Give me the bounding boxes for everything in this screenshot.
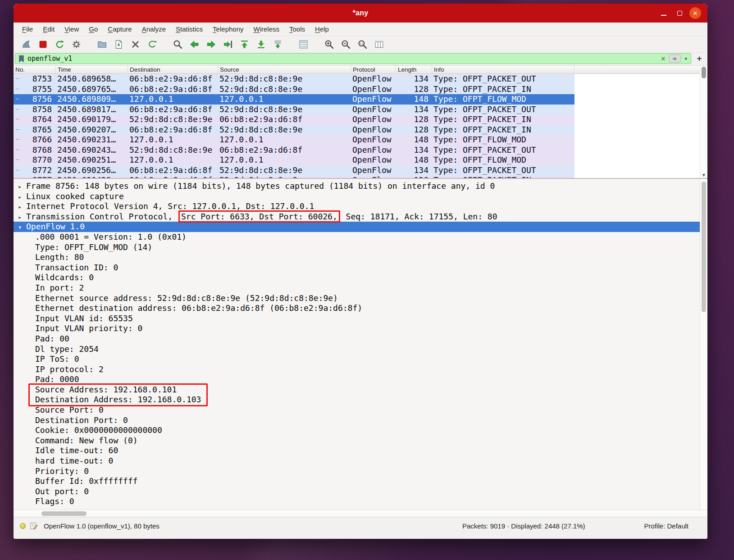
go-first-button[interactable] xyxy=(236,37,253,51)
packet-row-8770[interactable]: –87702450.690251…127.0.0.1127.0.0.1OpenF… xyxy=(14,155,574,165)
packet-row-8756[interactable]: –87562450.689809…127.0.0.1127.0.0.1OpenF… xyxy=(14,94,574,105)
stop-capture-button[interactable] xyxy=(35,37,51,51)
detail-line[interactable]: Command: New flow (0) xyxy=(14,436,707,446)
filter-text[interactable]: openflow_v1 xyxy=(27,55,658,63)
detail-line[interactable]: Out port: 0 xyxy=(14,487,707,497)
detail-line[interactable]: Length: 80 xyxy=(14,252,707,263)
column-header-no[interactable]: No. xyxy=(14,66,56,73)
detail-line[interactable]: Ethernet destination address: 06:b8:e2:9… xyxy=(14,303,707,314)
packet-row-8753[interactable]: –87532450.689658…06:b8:e2:9a:d6:8f52:9d:… xyxy=(14,74,574,84)
menu-file[interactable]: File xyxy=(17,24,38,34)
colorize-button[interactable] xyxy=(295,37,312,51)
packet-list-scrollbar[interactable]: ▼ xyxy=(700,66,707,178)
detail-line[interactable]: Cookie: 0x0000000000000000 xyxy=(14,425,707,436)
expert-info-icon[interactable] xyxy=(20,523,26,529)
filter-clear-icon[interactable]: ✕ xyxy=(661,55,666,62)
details-scrollbar[interactable] xyxy=(700,179,707,510)
display-filter-input[interactable]: openflow_v1 ✕ ▾ xyxy=(15,53,691,64)
detail-line[interactable]: Transaction ID: 0 xyxy=(14,263,707,273)
detail-line[interactable]: Type: OFPT_FLOW_MOD (14) xyxy=(14,242,707,253)
expand-arrow-icon[interactable]: ▸ xyxy=(18,212,26,223)
go-forward-button[interactable] xyxy=(203,37,219,51)
open-file-button[interactable] xyxy=(94,37,110,51)
menu-wireless[interactable]: Wireless xyxy=(249,24,285,34)
detail-line[interactable]: Dl type: 2054 xyxy=(14,344,707,355)
details-horizontal-scrollbar[interactable] xyxy=(14,510,707,517)
menu-tools[interactable]: Tools xyxy=(284,24,310,34)
detail-line[interactable]: In port: 2 xyxy=(14,283,707,293)
detail-line[interactable]: ▸Frame 8756: 148 bytes on wire (1184 bit… xyxy=(14,181,707,191)
go-back-button[interactable] xyxy=(186,37,203,51)
minimize-button[interactable] xyxy=(658,7,670,19)
find-packet-button[interactable] xyxy=(169,37,186,51)
detail-line[interactable]: IP ToS: 0 xyxy=(14,354,707,364)
packet-row-8768[interactable]: –87682450.690243…52:9d:8d:c8:8e:9e06:b8:… xyxy=(14,145,574,155)
detail-line[interactable]: Destination Port: 0 xyxy=(14,415,707,426)
detail-line[interactable]: Ethernet source address: 52:9d:8d:c8:8e:… xyxy=(14,293,707,304)
expand-arrow-icon[interactable]: ▸ xyxy=(18,182,26,192)
menu-analyze[interactable]: Analyze xyxy=(137,24,171,34)
filter-history-chevron-icon[interactable]: ▾ xyxy=(684,56,688,62)
detail-line[interactable]: Flags: 0 xyxy=(14,496,707,507)
scrollbar-thumb[interactable] xyxy=(702,67,706,78)
zoom-out-button[interactable] xyxy=(337,37,354,51)
zoom-in-button[interactable] xyxy=(321,37,337,51)
collapse-arrow-icon[interactable]: ▾ xyxy=(18,222,26,232)
expand-arrow-icon[interactable]: ▸ xyxy=(18,192,26,202)
detail-line[interactable]: Priority: 0 xyxy=(14,466,707,477)
column-header-info[interactable]: Info xyxy=(432,66,574,73)
menu-go[interactable]: Go xyxy=(84,24,103,34)
filter-add-button[interactable]: + xyxy=(694,54,705,64)
go-last-button[interactable] xyxy=(253,37,269,51)
detail-line[interactable]: IP protocol: 2 xyxy=(14,364,707,375)
detail-line[interactable]: hard time-out: 0 xyxy=(14,456,707,466)
scrollbar-thumb[interactable] xyxy=(702,182,706,312)
close-button[interactable]: ✕ xyxy=(689,7,701,19)
go-to-packet-button[interactable] xyxy=(219,37,236,51)
detail-line[interactable]: ▸Internet Protocol Version 4, Src: 127.0… xyxy=(14,201,707,212)
auto-scroll-button[interactable] xyxy=(269,37,286,51)
detail-line[interactable]: Destination Address: 192.168.0.103 xyxy=(30,395,201,405)
column-header-length[interactable]: Length xyxy=(396,66,432,73)
capture-options-button[interactable] xyxy=(68,37,85,51)
maximize-button[interactable] xyxy=(674,7,685,19)
detail-line[interactable]: Source Address: 192.168.0.101 xyxy=(30,385,201,395)
detail-line[interactable]: Source Port: 0 xyxy=(14,405,707,415)
filter-apply-button[interactable] xyxy=(669,55,681,63)
detail-line[interactable]: ▸Linux cooked capture xyxy=(14,191,707,202)
expand-arrow-icon[interactable]: ▸ xyxy=(18,202,26,212)
column-header-protocol[interactable]: Protocol xyxy=(351,66,396,73)
capture-comment-icon[interactable] xyxy=(30,522,38,530)
menu-capture[interactable]: Capture xyxy=(103,24,137,34)
packet-row-8764[interactable]: –87642450.690179…52:9d:8d:c8:8e:9e06:b8:… xyxy=(14,114,574,125)
save-file-button[interactable] xyxy=(110,37,127,51)
packet-row-8758[interactable]: –87582450.689817…06:b8:e2:9a:d6:8f52:9d:… xyxy=(14,105,574,115)
menu-telephony[interactable]: Telephony xyxy=(208,24,248,34)
packet-row-8755[interactable]: –87552450.689765…06:b8:e2:9a:d6:8f52:9d:… xyxy=(14,84,574,95)
close-file-button[interactable] xyxy=(127,37,144,51)
detail-line[interactable]: .000 0001 = Version: 1.0 (0x01) xyxy=(14,232,707,242)
packet-row-8765[interactable]: –87652450.690207…06:b8:e2:9a:d6:8f52:9d:… xyxy=(14,125,574,135)
detail-line[interactable]: ▾OpenFlow 1.0 xyxy=(14,222,707,232)
scroll-down-arrow-icon[interactable]: ▼ xyxy=(700,173,707,178)
detail-line[interactable]: Input VLAN priority: 0 xyxy=(14,323,707,334)
column-header-time[interactable]: Time xyxy=(56,66,128,73)
resize-columns-button[interactable] xyxy=(371,37,388,51)
column-header-source[interactable]: Source xyxy=(218,66,351,73)
detail-line[interactable]: Input VLAN id: 65535 xyxy=(14,314,707,324)
menu-statistics[interactable]: Statistics xyxy=(171,24,208,34)
scrollbar-thumb[interactable] xyxy=(41,511,87,516)
status-profile-text[interactable]: Profile: Default xyxy=(644,522,688,530)
restart-capture-button[interactable] xyxy=(51,37,68,51)
menu-edit[interactable]: Edit xyxy=(38,24,59,34)
menu-view[interactable]: View xyxy=(59,24,84,34)
packet-row-8766[interactable]: –87662450.690231…127.0.0.1127.0.0.1OpenF… xyxy=(14,135,574,145)
reload-button[interactable] xyxy=(144,37,160,51)
titlebar[interactable]: *any ✕ xyxy=(14,4,707,23)
packet-row-8772[interactable]: –87722450.690256…06:b8:e2:9a:d6:8f52:9d:… xyxy=(14,165,574,176)
detail-line[interactable]: Pad: 00 xyxy=(14,334,707,344)
detail-line[interactable]: Buffer Id: 0xffffffff xyxy=(14,476,707,487)
zoom-reset-button[interactable]: 1:1 xyxy=(354,37,371,51)
detail-line[interactable]: Wildcards: 0 xyxy=(14,273,707,283)
detail-line[interactable]: Idle time-out: 60 xyxy=(14,446,707,456)
